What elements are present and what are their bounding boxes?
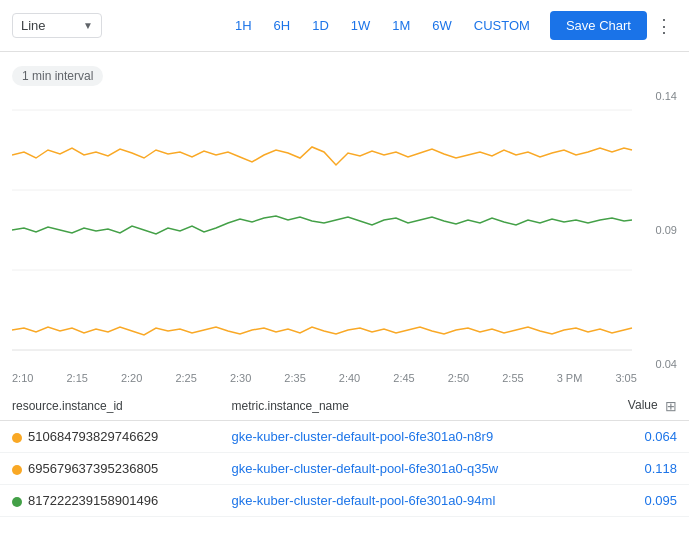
y-axis-label-bottom: 0.04 (647, 358, 677, 370)
time-controls: 1H 6H 1D 1W 1M 6W CUSTOM Save Chart ⋮ (225, 11, 677, 41)
x-label: 2:40 (339, 372, 360, 384)
col-metric-name-header: metric.instance_name (220, 392, 595, 421)
x-label: 3:05 (615, 372, 636, 384)
metric-name-cell[interactable]: gke-kuber-cluster-default-pool-6fe301a0-… (220, 485, 595, 517)
chart-type-label: Line (21, 18, 46, 33)
series-color-dot (12, 433, 22, 443)
metric-name-cell[interactable]: gke-kuber-cluster-default-pool-6fe301a0-… (220, 421, 595, 453)
columns-icon[interactable]: ⊞ (665, 398, 677, 414)
x-label: 2:50 (448, 372, 469, 384)
instance-id-cell: 817222239158901496 (0, 485, 220, 517)
legend-table: resource.instance_id metric.instance_nam… (0, 392, 689, 517)
value-cell: 0.095 (595, 485, 689, 517)
legend-header-row: resource.instance_id metric.instance_nam… (0, 392, 689, 421)
x-label: 2:30 (230, 372, 251, 384)
time-1m-button[interactable]: 1M (382, 13, 420, 38)
x-label: 2:15 (66, 372, 87, 384)
header: Line ▼ 1H 6H 1D 1W 1M 6W CUSTOM Save Cha… (0, 0, 689, 52)
series-color-dot (12, 465, 22, 475)
time-custom-button[interactable]: CUSTOM (464, 13, 540, 38)
metric-link[interactable]: gke-kuber-cluster-default-pool-6fe301a0-… (232, 493, 496, 508)
col-instance-id-header: resource.instance_id (0, 392, 220, 421)
x-label: 2:35 (284, 372, 305, 384)
x-axis-labels: 2:10 2:15 2:20 2:25 2:30 2:35 2:40 2:45 … (12, 370, 637, 384)
instance-id-cell: 510684793829746629 (0, 421, 220, 453)
value-cell: 0.118 (595, 453, 689, 485)
save-chart-button[interactable]: Save Chart (550, 11, 647, 40)
chart-area: 1 min interval 0.14 0.09 0.04 2:10 2:15 … (0, 52, 689, 384)
time-1h-button[interactable]: 1H (225, 13, 262, 38)
x-label: 2:55 (502, 372, 523, 384)
legend-row-2: 817222239158901496gke-kuber-cluster-defa… (0, 485, 689, 517)
y-axis-label-mid: 0.09 (647, 224, 677, 236)
metric-link[interactable]: gke-kuber-cluster-default-pool-6fe301a0-… (232, 461, 499, 476)
legend-row-0: 510684793829746629gke-kuber-cluster-defa… (0, 421, 689, 453)
x-label: 2:20 (121, 372, 142, 384)
x-axis: 2:10 2:15 2:20 2:25 2:30 2:35 2:40 2:45 … (12, 370, 637, 384)
interval-badge: 1 min interval (12, 66, 103, 86)
x-label: 3 PM (557, 372, 583, 384)
chart-svg (12, 90, 637, 370)
legend-row-1: 695679637395236805gke-kuber-cluster-defa… (0, 453, 689, 485)
x-label: 2:10 (12, 372, 33, 384)
chart-wrapper: 0.14 0.09 0.04 (12, 90, 677, 370)
x-label: 2:25 (175, 372, 196, 384)
chevron-down-icon: ▼ (83, 20, 93, 31)
time-6h-button[interactable]: 6H (264, 13, 301, 38)
instance-id-cell: 695679637395236805 (0, 453, 220, 485)
y-axis: 0.14 0.09 0.04 (647, 90, 677, 370)
y-axis-label-top: 0.14 (647, 90, 677, 102)
time-6w-button[interactable]: 6W (422, 13, 462, 38)
metric-link[interactable]: gke-kuber-cluster-default-pool-6fe301a0-… (232, 429, 494, 444)
x-label: 2:45 (393, 372, 414, 384)
series-color-dot (12, 497, 22, 507)
chart-type-dropdown[interactable]: Line ▼ (12, 13, 102, 38)
metric-name-cell[interactable]: gke-kuber-cluster-default-pool-6fe301a0-… (220, 453, 595, 485)
col-value-header: Value ⊞ (595, 392, 689, 421)
value-cell: 0.064 (595, 421, 689, 453)
more-options-button[interactable]: ⋮ (651, 11, 677, 41)
time-1d-button[interactable]: 1D (302, 13, 339, 38)
time-1w-button[interactable]: 1W (341, 13, 381, 38)
